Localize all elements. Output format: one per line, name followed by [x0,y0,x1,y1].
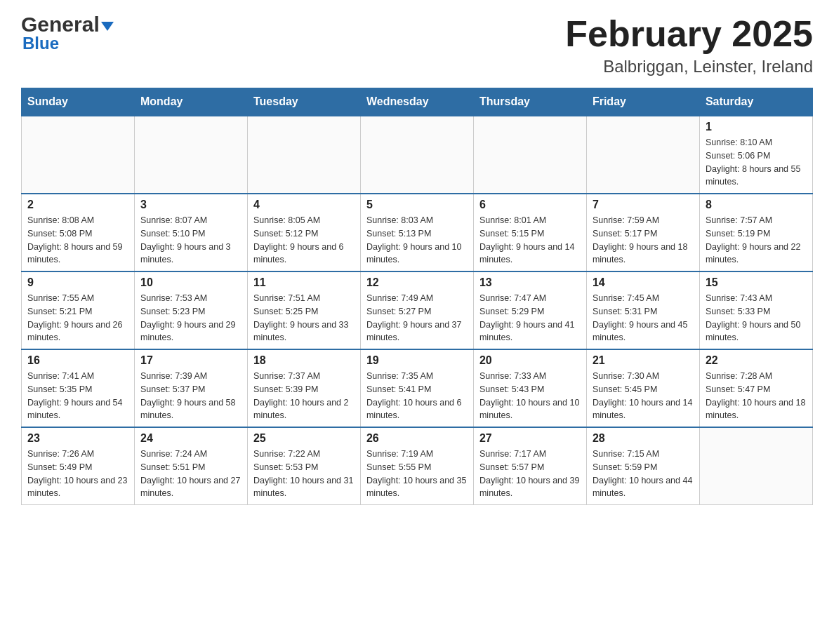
day-info: Sunrise: 7:41 AM Sunset: 5:35 PM Dayligh… [27,370,128,422]
day-number: 28 [593,432,694,445]
day-number: 2 [27,199,128,211]
day-info: Sunrise: 7:53 AM Sunset: 5:23 PM Dayligh… [140,292,241,344]
day-info: Sunrise: 7:49 AM Sunset: 5:27 PM Dayligh… [366,292,468,344]
day-number: 7 [593,199,694,211]
day-header-tuesday: Tuesday [247,88,360,116]
calendar-week-2: 2Sunrise: 8:08 AM Sunset: 5:08 PM Daylig… [22,194,813,271]
day-info: Sunrise: 7:15 AM Sunset: 5:59 PM Dayligh… [593,448,694,500]
day-number: 22 [706,354,807,367]
calendar-table: SundayMondayTuesdayWednesdayThursdayFrid… [21,88,813,505]
day-info: Sunrise: 7:30 AM Sunset: 5:45 PM Dayligh… [593,370,694,422]
calendar-cell: 7Sunrise: 7:59 AM Sunset: 5:17 PM Daylig… [586,194,699,271]
calendar-cell: 15Sunrise: 7:43 AM Sunset: 5:33 PM Dayli… [699,271,812,349]
day-number: 6 [479,199,581,211]
day-number: 20 [479,354,581,367]
calendar-cell [22,116,135,194]
calendar-cell: 9Sunrise: 7:55 AM Sunset: 5:21 PM Daylig… [22,271,135,349]
calendar-cell: 16Sunrise: 7:41 AM Sunset: 5:35 PM Dayli… [22,349,135,427]
calendar-cell: 1Sunrise: 8:10 AM Sunset: 5:06 PM Daylig… [699,116,812,194]
calendar-cell: 4Sunrise: 8:05 AM Sunset: 5:12 PM Daylig… [247,194,360,271]
calendar-cell [586,116,699,194]
day-number: 14 [593,276,694,289]
month-title: February 2025 [565,14,813,54]
day-header-monday: Monday [134,88,247,116]
page-header: General Blue February 2025 Balbriggan, L… [21,14,813,76]
day-number: 5 [366,199,468,211]
calendar-cell: 17Sunrise: 7:39 AM Sunset: 5:37 PM Dayli… [134,349,247,427]
day-number: 3 [140,199,241,211]
calendar-cell [699,427,812,505]
calendar-cell: 21Sunrise: 7:30 AM Sunset: 5:45 PM Dayli… [586,349,699,427]
day-number: 4 [253,199,355,211]
calendar-cell [473,116,586,194]
calendar-cell: 24Sunrise: 7:24 AM Sunset: 5:51 PM Dayli… [134,427,247,505]
calendar-cell: 6Sunrise: 8:01 AM Sunset: 5:15 PM Daylig… [473,194,586,271]
day-number: 9 [27,276,128,289]
day-info: Sunrise: 7:51 AM Sunset: 5:25 PM Dayligh… [253,292,355,344]
calendar-cell: 26Sunrise: 7:19 AM Sunset: 5:55 PM Dayli… [360,427,473,505]
day-info: Sunrise: 8:10 AM Sunset: 5:06 PM Dayligh… [706,136,807,189]
day-info: Sunrise: 7:28 AM Sunset: 5:47 PM Dayligh… [706,370,807,422]
calendar-cell: 28Sunrise: 7:15 AM Sunset: 5:59 PM Dayli… [586,427,699,505]
day-info: Sunrise: 7:37 AM Sunset: 5:39 PM Dayligh… [253,370,355,422]
day-header-friday: Friday [586,88,699,116]
location-title: Balbriggan, Leinster, Ireland [565,57,813,76]
calendar-cell: 10Sunrise: 7:53 AM Sunset: 5:23 PM Dayli… [134,271,247,349]
calendar-cell: 20Sunrise: 7:33 AM Sunset: 5:43 PM Dayli… [473,349,586,427]
day-header-sunday: Sunday [22,88,135,116]
day-number: 21 [593,354,694,367]
day-number: 16 [27,354,128,367]
calendar-cell: 2Sunrise: 8:08 AM Sunset: 5:08 PM Daylig… [22,194,135,271]
day-number: 26 [366,432,468,445]
calendar-header-row: SundayMondayTuesdayWednesdayThursdayFrid… [22,88,813,116]
calendar-cell [360,116,473,194]
day-info: Sunrise: 7:33 AM Sunset: 5:43 PM Dayligh… [479,370,581,422]
calendar-cell: 11Sunrise: 7:51 AM Sunset: 5:25 PM Dayli… [247,271,360,349]
day-info: Sunrise: 8:08 AM Sunset: 5:08 PM Dayligh… [27,214,128,267]
day-header-saturday: Saturday [699,88,812,116]
day-info: Sunrise: 7:55 AM Sunset: 5:21 PM Dayligh… [27,292,128,344]
calendar-week-1: 1Sunrise: 8:10 AM Sunset: 5:06 PM Daylig… [22,116,813,194]
day-info: Sunrise: 7:24 AM Sunset: 5:51 PM Dayligh… [140,448,241,500]
day-info: Sunrise: 7:22 AM Sunset: 5:53 PM Dayligh… [253,448,355,500]
calendar-cell: 18Sunrise: 7:37 AM Sunset: 5:39 PM Dayli… [247,349,360,427]
calendar-cell [247,116,360,194]
day-info: Sunrise: 8:01 AM Sunset: 5:15 PM Dayligh… [479,214,581,267]
day-header-wednesday: Wednesday [360,88,473,116]
day-number: 10 [140,276,241,289]
calendar-cell: 14Sunrise: 7:45 AM Sunset: 5:31 PM Dayli… [586,271,699,349]
calendar-cell: 19Sunrise: 7:35 AM Sunset: 5:41 PM Dayli… [360,349,473,427]
logo: General Blue [21,14,114,53]
day-info: Sunrise: 7:39 AM Sunset: 5:37 PM Dayligh… [140,370,241,422]
day-info: Sunrise: 7:43 AM Sunset: 5:33 PM Dayligh… [706,292,807,344]
calendar-week-3: 9Sunrise: 7:55 AM Sunset: 5:21 PM Daylig… [22,271,813,349]
day-number: 8 [706,199,807,211]
calendar-week-4: 16Sunrise: 7:41 AM Sunset: 5:35 PM Dayli… [22,349,813,427]
title-block: February 2025 Balbriggan, Leinster, Irel… [565,14,813,76]
day-number: 13 [479,276,581,289]
logo-blue: Blue [22,34,59,53]
day-info: Sunrise: 7:59 AM Sunset: 5:17 PM Dayligh… [593,214,694,267]
calendar-cell: 22Sunrise: 7:28 AM Sunset: 5:47 PM Dayli… [699,349,812,427]
calendar-cell: 13Sunrise: 7:47 AM Sunset: 5:29 PM Dayli… [473,271,586,349]
calendar-cell: 23Sunrise: 7:26 AM Sunset: 5:49 PM Dayli… [22,427,135,505]
day-number: 12 [366,276,468,289]
calendar-cell: 25Sunrise: 7:22 AM Sunset: 5:53 PM Dayli… [247,427,360,505]
day-info: Sunrise: 7:26 AM Sunset: 5:49 PM Dayligh… [27,448,128,500]
day-info: Sunrise: 8:07 AM Sunset: 5:10 PM Dayligh… [140,214,241,267]
day-info: Sunrise: 8:03 AM Sunset: 5:13 PM Dayligh… [366,214,468,267]
day-header-thursday: Thursday [473,88,586,116]
day-number: 23 [27,432,128,445]
day-info: Sunrise: 7:19 AM Sunset: 5:55 PM Dayligh… [366,448,468,500]
day-info: Sunrise: 7:17 AM Sunset: 5:57 PM Dayligh… [479,448,581,500]
day-info: Sunrise: 7:57 AM Sunset: 5:19 PM Dayligh… [706,214,807,267]
calendar-cell: 27Sunrise: 7:17 AM Sunset: 5:57 PM Dayli… [473,427,586,505]
day-number: 15 [706,276,807,289]
logo-general: General [21,13,100,36]
day-info: Sunrise: 8:05 AM Sunset: 5:12 PM Dayligh… [253,214,355,267]
day-info: Sunrise: 7:45 AM Sunset: 5:31 PM Dayligh… [593,292,694,344]
calendar-week-5: 23Sunrise: 7:26 AM Sunset: 5:49 PM Dayli… [22,427,813,505]
day-number: 1 [706,121,807,133]
day-info: Sunrise: 7:47 AM Sunset: 5:29 PM Dayligh… [479,292,581,344]
calendar-cell: 12Sunrise: 7:49 AM Sunset: 5:27 PM Dayli… [360,271,473,349]
